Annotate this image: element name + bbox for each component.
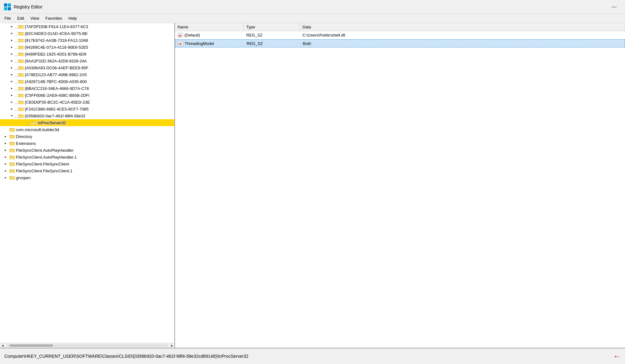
value-data: Both	[300, 41, 625, 47]
svg-rect-12	[18, 40, 24, 42]
reg-sz-icon: ab	[178, 33, 183, 38]
menu-edit[interactable]: Edit	[14, 15, 27, 22]
menu-help[interactable]: Help	[65, 15, 80, 22]
tree-item[interactable]: ► Directory	[0, 133, 174, 140]
expand-icon[interactable]: ►	[9, 72, 14, 77]
svg-rect-45	[18, 115, 24, 118]
expand-icon[interactable]: ►	[3, 175, 8, 180]
svg-rect-69	[9, 170, 15, 173]
main-content: ► {7AFDFDDB-F914-11E4-8377-6C3► {82CA8DE…	[0, 23, 625, 348]
reg-sz-icon: ab	[178, 41, 183, 46]
expand-icon[interactable]: ►	[9, 31, 14, 36]
expand-icon[interactable]: ►	[3, 134, 8, 139]
tree-item[interactable]: ► grvopen	[0, 174, 174, 181]
tree-item[interactable]: ► FileSyncClient.AutoPlayHandler.1	[0, 154, 174, 160]
svg-rect-57	[9, 143, 15, 145]
tree-item[interactable]: InProcServer32	[0, 119, 174, 126]
tree-item-label: {9AA2F32D-362A-42D9-9328-24A	[25, 59, 87, 63]
folder-icon	[18, 24, 24, 29]
expand-icon[interactable]: ►	[3, 168, 8, 173]
tree-item[interactable]: ► {BBACC218-34EA-4666-9D7A-C78	[0, 85, 174, 92]
scroll-thumb[interactable]	[9, 344, 53, 347]
tree-item[interactable]: com.microsoft.builder3d	[0, 126, 174, 133]
tree-item[interactable]: ▼ {0358b920-0ac7-461f-98f4-58e32	[0, 112, 174, 119]
col-header-data: Data	[300, 23, 625, 31]
tree-item-label: FileSyncClient.AutoPlayHandler	[16, 148, 73, 153]
folder-icon	[18, 52, 24, 57]
scroll-right-arrow[interactable]: ▶	[169, 343, 174, 348]
values-list: ab (Default) REG_SZ C:\Users\Public\shel…	[175, 31, 625, 348]
scroll-left-arrow[interactable]: ◀	[0, 343, 5, 348]
folder-icon	[18, 45, 24, 50]
expand-icon[interactable]: ►	[9, 79, 14, 84]
menu-file[interactable]: File	[1, 15, 14, 22]
tree-item-label: {9489FEB2-1925-4D01-B788-6D9	[25, 52, 86, 57]
tree-item[interactable]: ► FileSyncClient.AutoPlayHandler	[0, 147, 174, 154]
svg-rect-15	[18, 47, 24, 49]
expand-icon[interactable]: ►	[3, 141, 8, 146]
tree-item[interactable]: ► {A78ED123-AB77-406B-9962-2A5	[0, 71, 174, 78]
value-name: ab ThreadingModel	[175, 40, 244, 47]
tree-item[interactable]: ► {94269C4E-071A-4116-90E6-52E5	[0, 44, 174, 51]
expand-icon[interactable]: ►	[9, 52, 14, 57]
tree-item[interactable]: ► {A926714B-7BFC-4D08-A035-800	[0, 78, 174, 85]
tree-item-label: {A0396A93-DC06-4AEF-BEE9-95F	[25, 66, 88, 70]
tree-item[interactable]: ► {A0396A93-DC06-4AEF-BEE9-95F	[0, 64, 174, 71]
expand-icon[interactable]: ►	[9, 65, 14, 70]
col-header-type: Type	[244, 23, 300, 31]
expand-icon[interactable]: ►	[3, 161, 8, 166]
menu-bar: File Edit View Favorites Help	[0, 14, 625, 23]
svg-rect-72	[9, 177, 15, 180]
expand-icon[interactable]: ►	[9, 38, 14, 43]
expand-icon[interactable]: ►	[9, 86, 14, 91]
minimize-button[interactable]: —	[607, 2, 621, 12]
value-row[interactable]: ab (Default) REG_SZ C:\Users\Public\shel…	[175, 31, 625, 39]
menu-view[interactable]: View	[27, 15, 42, 22]
tree-item[interactable]: ► {82CA8DE3-01AD-4CEA-9D75-BE	[0, 30, 174, 37]
svg-rect-60	[9, 150, 15, 152]
expand-icon[interactable]: ►	[9, 24, 14, 29]
tree-item[interactable]: ► {9AA2F32D-362A-42D9-9328-24A	[0, 57, 174, 64]
menu-favorites[interactable]: Favorites	[42, 15, 65, 22]
tree-item[interactable]: ► {CB3D0F55-BC2C-4C1A-85ED-23E	[0, 99, 174, 106]
tree-item[interactable]: ► FileSyncClient.FileSyncClient	[0, 160, 174, 167]
expand-icon[interactable]: ►	[3, 148, 8, 153]
value-data: C:\Users\Public\shell.dll	[300, 32, 625, 38]
collapse-icon[interactable]: ▼	[9, 113, 14, 118]
svg-rect-3	[8, 7, 11, 10]
status-bar: Computer\HKEY_CURRENT_USER\SOFTWARE\Clas…	[0, 348, 625, 364]
svg-rect-27	[18, 74, 24, 77]
folder-icon	[18, 72, 24, 77]
tree-scroll[interactable]: ► {7AFDFDDB-F914-11E4-8377-6C3► {82CA8DE…	[0, 23, 174, 343]
expand-icon[interactable]: ►	[3, 155, 8, 160]
tree-item[interactable]: ► Extensions	[0, 140, 174, 147]
tree-item-label: FileSyncClient.FileSyncClient.1	[16, 169, 72, 173]
tree-item[interactable]: ► {C5FF006E-2AE9-408C-B85B-2DFI	[0, 92, 174, 99]
tree-item-label: {C5FF006E-2AE9-408C-B85B-2DFI	[25, 93, 89, 98]
svg-rect-6	[18, 26, 24, 29]
tree-item-label: FileSyncClient.FileSyncClient	[16, 162, 69, 166]
tree-item-label: {F241C880-6982-4CE5-8CF7-7085	[25, 107, 89, 111]
svg-rect-24	[18, 67, 24, 70]
folder-icon	[9, 134, 15, 139]
folder-icon	[18, 58, 24, 63]
tree-item[interactable]: ► FileSyncClient.FileSyncClient.1	[0, 167, 174, 174]
svg-rect-48	[31, 122, 36, 125]
svg-rect-36	[18, 95, 24, 97]
expand-icon[interactable]: ►	[9, 100, 14, 105]
horizontal-scrollbar[interactable]: ◀ ▶	[0, 343, 174, 348]
folder-icon	[18, 65, 24, 70]
value-row[interactable]: ab ThreadingModel REG_SZ Both	[175, 39, 625, 47]
status-path: Computer\HKEY_CURRENT_USER\SOFTWARE\Clas…	[4, 354, 610, 359]
tree-item[interactable]: ► {9489FEB2-1925-4D01-B788-6D9	[0, 51, 174, 57]
expand-icon[interactable]: ►	[9, 58, 14, 63]
folder-icon	[31, 120, 36, 125]
tree-item-label: {A926714B-7BFC-4D08-A035-800	[25, 79, 87, 84]
tree-item[interactable]: ► {7AFDFDDB-F914-11E4-8377-6C3	[0, 23, 174, 30]
tree-item[interactable]: ► {917E8742-AA3B-7318-FA12-1048	[0, 37, 174, 44]
folder-icon	[18, 100, 24, 105]
tree-item[interactable]: ► {F241C880-6982-4CE5-8CF7-7085	[0, 106, 174, 112]
expand-icon[interactable]: ►	[9, 45, 14, 50]
expand-icon[interactable]: ►	[9, 106, 14, 111]
expand-icon[interactable]: ►	[9, 93, 14, 98]
